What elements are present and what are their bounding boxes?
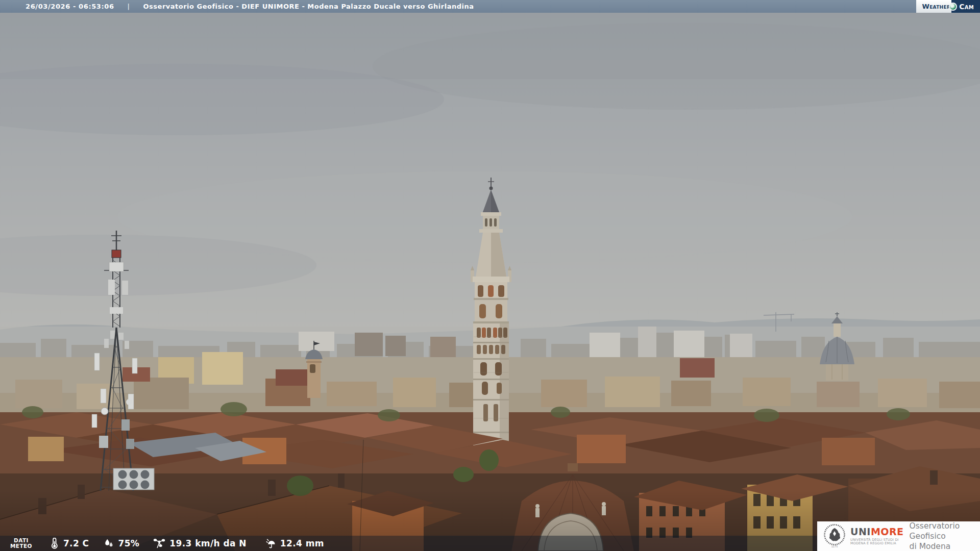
separator: | xyxy=(128,3,130,10)
observatory-name: Osservatorio Geofisico di Modena xyxy=(910,521,980,551)
webcam-frame: 26/03/2026 - 06:53:06 | Osservatorio Geo… xyxy=(0,0,980,551)
wind-reading: 19.3 km/h da N xyxy=(153,537,247,549)
anemometer-icon xyxy=(153,537,166,549)
unimore-branding: 1175 UNIMORE UNIVERSITÀ DEGLI STUDI DI M… xyxy=(817,521,980,551)
webcam-photo xyxy=(0,0,980,551)
humidity-reading: 75% xyxy=(103,538,139,549)
wind-value: 19.3 km/h da N xyxy=(169,538,247,548)
humidity-value: 75% xyxy=(118,538,139,548)
unimore-wordmark: UNIMORE xyxy=(850,527,904,537)
timestamp: 26/03/2026 - 06:53:06 xyxy=(26,3,114,10)
unimore-wordmark-block: UNIMORE UNIVERSITÀ DEGLI STUDI DI MODENA… xyxy=(850,527,904,546)
weathercam-logo-cam-label: Cam xyxy=(959,3,974,11)
weathercam-logo: Weather Cam xyxy=(916,0,980,13)
rain-value: 12.4 mm xyxy=(280,538,324,548)
temperature-value: 7.2 C xyxy=(63,538,89,548)
weathercam-lens-icon xyxy=(949,3,957,11)
camera-title: Osservatorio Geofisico - DIEF UNIMORE - … xyxy=(143,3,474,10)
weathercam-logo-cam: Cam xyxy=(951,0,980,13)
svg-text:1175: 1175 xyxy=(831,545,838,548)
university-subtitle: UNIVERSITÀ DEGLI STUDI DI MODENA E REGGI… xyxy=(850,538,904,546)
rain-reading: 12.4 mm xyxy=(265,538,324,549)
unimore-seal-logo: 1175 xyxy=(823,524,846,548)
temperature-reading: 7.2 C xyxy=(50,538,89,549)
droplets-icon xyxy=(103,538,114,549)
weathercam-logo-weather: Weather xyxy=(916,0,952,13)
thermometer-icon xyxy=(50,538,60,549)
umbrella-icon xyxy=(265,538,277,549)
topbar: 26/03/2026 - 06:53:06 | Osservatorio Geo… xyxy=(0,0,980,13)
dati-meteo-label: DATI METEO xyxy=(10,538,32,549)
